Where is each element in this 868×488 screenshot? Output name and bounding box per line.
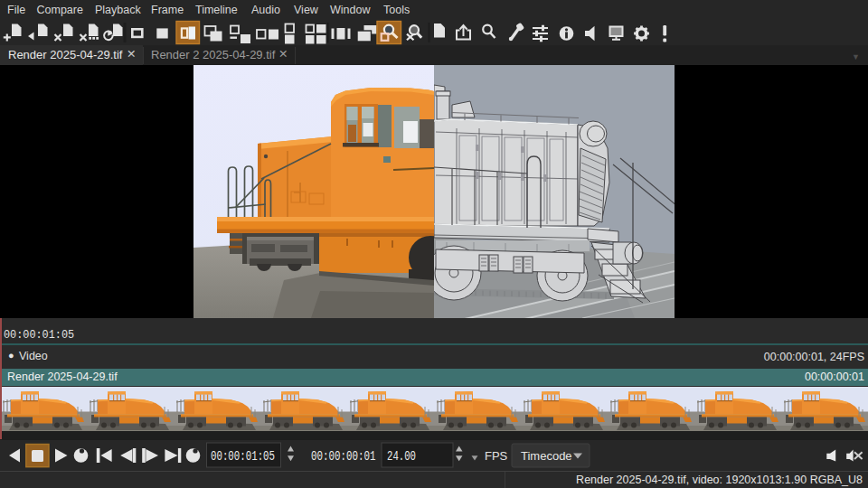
svg-text:24.00: 24.00 bbox=[387, 449, 416, 464]
svg-text:00:00:01:05: 00:00:01:05 bbox=[211, 449, 275, 464]
svg-text:Timecode: Timecode bbox=[521, 449, 572, 463]
svg-text:00:00:00:01: 00:00:00:01 bbox=[311, 449, 376, 464]
svg-text:FPS: FPS bbox=[485, 449, 508, 463]
